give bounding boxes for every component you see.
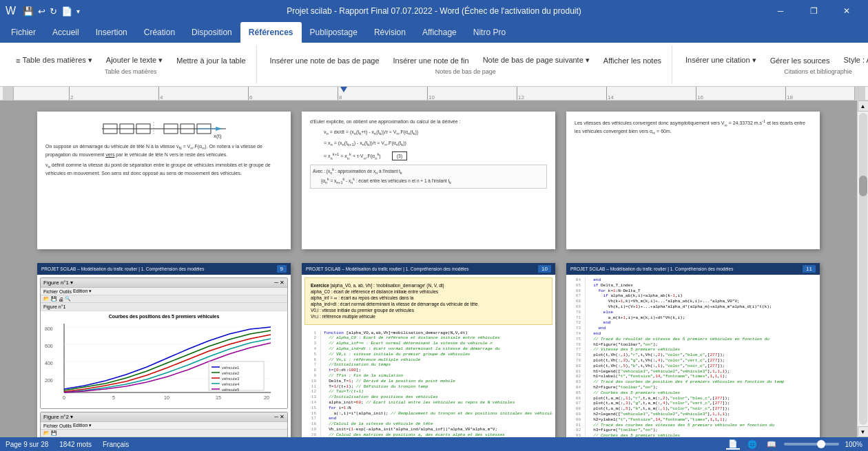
next-footnote-button[interactable]: Note de bas de page suivante ▾ (477, 54, 596, 67)
fig2-toolbar-edition[interactable]: Edition ▾ (73, 423, 92, 428)
word-count-text: 1842 mots (59, 441, 92, 448)
show-notes-button[interactable]: Afficher les notes (597, 54, 668, 67)
page-row-2: PROJET SCILAB – Modélisation du trafic r… (11, 263, 846, 437)
window-controls[interactable]: ─ ❐ ✕ (765, 0, 862, 22)
fig2-toolbar-outils[interactable]: Outils (59, 423, 72, 428)
fig2-toolbar-fichier[interactable]: Fichier (43, 423, 58, 428)
restore-button[interactable]: ❐ (798, 0, 829, 22)
fig2-icon-open[interactable]: 📂 (43, 430, 50, 436)
page-10-header-text: PROJET SCILAB – Modélisation du trafic r… (306, 266, 468, 271)
ribbon-content: ≡ Table des matières ▾ Ajouter le texte … (0, 43, 868, 87)
dropdown-arrow-icon[interactable]: ▾ (76, 8, 80, 15)
tab-references[interactable]: Références (240, 22, 302, 43)
figure-2-close-icon[interactable]: ✕ (280, 414, 285, 420)
fig-toolbar-outils[interactable]: Outils (59, 289, 72, 294)
word-count: 1842 mots (59, 441, 92, 448)
code-content-lines: function [alpha_V0,a,ab,Vh]=mobilisation… (324, 331, 552, 437)
fig-icon-open[interactable]: 📂 (43, 296, 50, 302)
window-title: Projet scilab - Rapport Final 07.07.2022… (287, 6, 581, 16)
add-text-button[interactable]: Ajouter le texte ▾ (100, 54, 169, 67)
page-10-number: 10 (538, 265, 551, 273)
undo-icon[interactable]: ↩ (38, 6, 45, 17)
fig-toolbar-edition[interactable]: Edition ▾ (73, 289, 92, 294)
fig2-icon-save[interactable]: 💾 (51, 430, 57, 436)
zoom-slider[interactable] (784, 443, 839, 445)
scroll-up-button[interactable]: ▲ (858, 101, 869, 112)
page-status: Page 9 sur 28 (6, 441, 48, 448)
insert-footnote-button[interactable]: Insérer une note de bas de page (264, 54, 386, 67)
update-table-button[interactable]: Mettre à jour la table (170, 54, 251, 67)
close-button[interactable]: ✕ (831, 0, 862, 22)
vertical-scrollbar[interactable]: ▲ ▼ (857, 101, 868, 437)
document-scroll-area[interactable]: x(t) On suppose un démarrage du véhicule… (0, 101, 857, 437)
page-10-code: 1234567891011121314151617181920212223242… (302, 328, 555, 437)
insert-endnote-button[interactable]: Insérer une note de fin (387, 54, 475, 67)
figure-1-close-icon[interactable]: ✕ (280, 280, 285, 286)
ribbon-group-footnotes: Insérer une note de bas de page Insérer … (260, 45, 673, 84)
figure-1-iconbar: 📂 💾 🖨 🔍 (41, 295, 287, 303)
tab-revision[interactable]: Révision (366, 22, 414, 43)
word-logo-icon: W (6, 5, 16, 17)
web-view-button[interactable]: 🌐 (745, 439, 759, 450)
toc-label: Table des matières (105, 68, 157, 75)
svg-text:0: 0 (63, 395, 65, 400)
svg-text:20: 20 (264, 395, 269, 400)
redo-icon[interactable]: ↻ (50, 6, 57, 17)
table-matieres-button[interactable]: ≡ Table des matières ▾ (10, 54, 99, 67)
fig-icon-save[interactable]: 💾 (51, 296, 57, 302)
page-8a-text1: On suppose un démarrage du véhicule de t… (45, 143, 282, 159)
svg-marker-8 (216, 127, 223, 131)
svg-text:véhicule3: véhicule3 (222, 377, 240, 381)
svg-text:x(t): x(t) (214, 133, 222, 139)
page-11-header: PROJET SCILAB – Modélisation du trafic r… (566, 263, 820, 275)
tab-disposition[interactable]: Disposition (183, 22, 240, 43)
fig-icon-print[interactable]: 🖨 (59, 297, 63, 302)
fig-toolbar-fichier[interactable]: Fichier (43, 289, 58, 294)
page-8a: x(t) On suppose un démarrage du véhicule… (37, 112, 291, 249)
figure-2-title: Figure n°2 ▾ (43, 414, 73, 420)
page-8c-conclusion: Les vitesses des véhicules convergent do… (575, 118, 812, 137)
tab-publipostage[interactable]: Publipostage (302, 22, 366, 43)
line-numbers: 1234567891011121314151617181920212223242… (304, 331, 321, 437)
page-8b-content: d'Euler explicite, on obtient une approx… (302, 112, 555, 196)
tab-accueil[interactable]: Accueil (44, 22, 87, 43)
status-bar: Page 9 sur 28 1842 mots Français 📄 🌐 📖 1… (0, 437, 868, 451)
title-bar: W 💾 ↩ ↻ 📄 ▾ Projet scilab - Rapport Fina… (0, 0, 868, 22)
tab-insertion[interactable]: Insertion (87, 22, 136, 43)
page-10: PROJET SCILAB – Modélisation du trafic r… (302, 263, 555, 437)
line-numbers-11: 6465666768697071727374757677787980818283… (569, 277, 586, 437)
math-block-1: vn = dx/dt = (xn(tk+τ) - xn(tk))/τ ≈ V∞.… (310, 129, 547, 161)
ribbon: Fichier Accueil Insertion Création Dispo… (0, 22, 868, 87)
scroll-down-button[interactable]: ▼ (858, 426, 869, 437)
svg-text:15: 15 (216, 395, 221, 400)
exercise-box: Exercice [alpha_V0, a, ab, Vh] : 'mobili… (304, 277, 552, 325)
scroll-thumb[interactable] (859, 176, 867, 196)
print-view-button[interactable]: 📄 (726, 439, 740, 450)
fig-icon-zoom[interactable]: 🔍 (65, 296, 71, 302)
ribbon-group-citations: Insérer une citation ▾ Gérer les sources… (675, 45, 868, 84)
save-icon[interactable]: 💾 (23, 6, 34, 17)
language-text: Français (103, 441, 129, 448)
figure-1-minimize-icon[interactable]: ─ (274, 280, 278, 286)
svg-text:200: 200 (45, 378, 53, 383)
tab-nitro[interactable]: Nitro Pro (465, 22, 514, 43)
tab-creation[interactable]: Création (136, 22, 183, 43)
svg-text:véhicule2: véhicule2 (222, 371, 240, 375)
insert-citation-button[interactable]: Insérer une citation ▾ (679, 54, 763, 67)
vehicle-diagram: x(t) (95, 118, 233, 139)
page-info: Page 9 sur 28 (6, 441, 48, 448)
page-8b: d'Euler explicite, on obtient une approx… (302, 112, 555, 249)
footnotes-label: Notes de bas de page (435, 68, 496, 75)
read-view-button[interactable]: 📖 (765, 439, 778, 450)
manage-sources-button[interactable]: Gérer les sources (764, 54, 836, 67)
style-button[interactable]: Style : APA ▾ (837, 54, 868, 67)
ribbon-group-toc: ≡ Table des matières ▾ Ajouter le texte … (6, 45, 257, 84)
figure-1-title: Figure n°1 ▾ (43, 280, 73, 286)
minimize-button[interactable]: ─ (765, 0, 796, 22)
tab-fichier[interactable]: Fichier (3, 22, 44, 43)
figure-1-titlebar: Figure n°1 ▾ ─ ✕ (41, 278, 287, 288)
tab-affichage[interactable]: Affichage (414, 22, 465, 43)
scroll-track[interactable] (859, 113, 867, 425)
figure-2-minimize-icon[interactable]: ─ (274, 414, 278, 420)
new-doc-icon[interactable]: 📄 (61, 6, 72, 17)
